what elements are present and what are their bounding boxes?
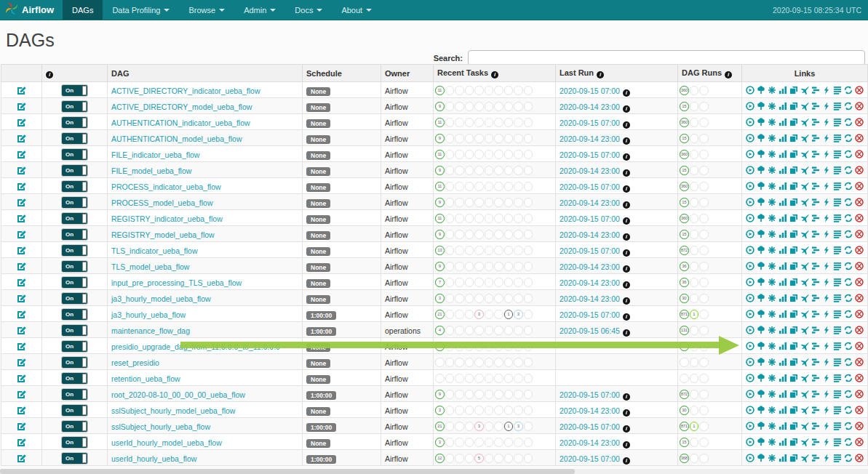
last-run-link[interactable]: 2020-09-15 07:00 — [560, 454, 620, 463]
edit-dag-icon[interactable] — [5, 405, 38, 414]
landing-times-icon[interactable] — [800, 435, 809, 449]
gantt-icon[interactable] — [811, 180, 820, 193]
landing-times-icon[interactable] — [800, 244, 809, 257]
task-duration-icon[interactable] — [779, 419, 787, 433]
tree-view-icon[interactable] — [757, 212, 765, 225]
landing-times-icon[interactable] — [800, 419, 809, 433]
delete-icon[interactable] — [855, 276, 864, 289]
tree-view-icon[interactable] — [757, 340, 765, 353]
code-view-icon[interactable] — [822, 100, 831, 113]
toggle-knob[interactable] — [82, 374, 87, 383]
task-duration-icon[interactable] — [779, 356, 787, 369]
dag-on-off-toggle[interactable]: On — [62, 389, 87, 400]
task-duration-icon[interactable] — [779, 148, 787, 161]
logs-icon[interactable] — [833, 324, 842, 337]
dag-name-link[interactable]: PROCESS_model_ueba_flow — [111, 198, 213, 207]
task-tries-icon[interactable] — [789, 196, 798, 209]
delete-icon[interactable] — [855, 435, 864, 449]
gantt-icon[interactable] — [811, 292, 820, 305]
logs-icon[interactable] — [833, 164, 842, 177]
graph-view-icon[interactable] — [768, 196, 776, 209]
trigger-dag-icon[interactable] — [746, 276, 754, 289]
landing-times-icon[interactable] — [800, 100, 809, 113]
trigger-dag-icon[interactable] — [746, 356, 754, 369]
tree-view-icon[interactable] — [757, 276, 765, 289]
trigger-dag-icon[interactable] — [746, 308, 754, 321]
task-duration-icon[interactable] — [779, 212, 787, 225]
dag-on-off-toggle[interactable]: On — [62, 421, 87, 432]
tree-view-icon[interactable] — [757, 308, 765, 321]
refresh-icon[interactable] — [844, 84, 853, 97]
graph-view-icon[interactable] — [768, 100, 776, 113]
run-success-circle[interactable]: 360 — [680, 86, 689, 95]
code-view-icon[interactable] — [822, 84, 831, 97]
tree-view-icon[interactable] — [757, 116, 765, 129]
refresh-icon[interactable] — [844, 212, 853, 225]
task-queued-circle[interactable]: 1 — [504, 310, 514, 319]
toggle-knob[interactable] — [82, 262, 87, 271]
edit-dag-icon[interactable] — [5, 325, 38, 334]
graph-view-icon[interactable] — [768, 356, 776, 369]
landing-times-icon[interactable] — [800, 292, 809, 305]
task-duration-icon[interactable] — [779, 180, 787, 193]
last-run-link[interactable]: 2020-09-15 07:00 — [560, 182, 620, 191]
dag-on-off-toggle[interactable]: On — [62, 341, 87, 352]
code-view-icon[interactable] — [822, 196, 831, 209]
dag-name-link[interactable]: ja3_hourly_model_ueba_flow — [111, 294, 211, 303]
dag-name-link[interactable]: root_2020-08-10_00_00_00_ueba_flow — [111, 390, 245, 399]
last-run-link[interactable]: 2020-09-14 23:00 — [560, 134, 620, 143]
code-view-icon[interactable] — [822, 308, 831, 321]
delete-icon[interactable] — [855, 371, 864, 385]
logs-icon[interactable] — [833, 196, 842, 209]
toggle-knob[interactable] — [82, 134, 87, 143]
task-tries-icon[interactable] — [789, 100, 798, 113]
toggle-knob[interactable] — [82, 182, 87, 191]
dag-on-off-toggle[interactable]: On — [62, 437, 87, 448]
toggle-knob[interactable] — [82, 102, 87, 111]
scrollbar-thumb[interactable] — [0, 469, 575, 474]
gantt-icon[interactable] — [811, 244, 820, 257]
dag-name-link[interactable]: REGISTRY_indicator_ueba_flow — [111, 214, 223, 223]
refresh-icon[interactable] — [844, 100, 853, 113]
tree-view-icon[interactable] — [757, 132, 765, 145]
trigger-dag-icon[interactable] — [746, 132, 754, 145]
task-duration-icon[interactable] — [779, 228, 787, 241]
last-run-link[interactable]: 2020-09-15 06:45 — [560, 326, 620, 335]
dag-on-off-toggle[interactable]: On — [62, 373, 87, 384]
gantt-icon[interactable] — [811, 148, 820, 161]
task-duration-icon[interactable] — [779, 387, 787, 401]
task-tries-icon[interactable] — [789, 371, 798, 385]
gantt-icon[interactable] — [811, 276, 820, 289]
edit-dag-icon[interactable] — [5, 277, 38, 286]
logs-icon[interactable] — [833, 148, 842, 161]
dag-name-link[interactable]: maintenance_flow_dag — [111, 326, 190, 335]
last-run-link[interactable]: 2020-09-14 23:00 — [560, 230, 620, 239]
tree-view-icon[interactable] — [757, 164, 765, 177]
edit-dag-icon[interactable] — [5, 85, 38, 95]
refresh-icon[interactable] — [844, 371, 853, 385]
dag-on-off-toggle[interactable]: On — [62, 453, 87, 464]
refresh-icon[interactable] — [844, 228, 853, 241]
tree-view-icon[interactable] — [757, 180, 765, 193]
task-duration-icon[interactable] — [779, 84, 787, 97]
task-tries-icon[interactable] — [789, 419, 798, 433]
edit-dag-icon[interactable] — [5, 133, 38, 142]
code-view-icon[interactable] — [822, 451, 831, 465]
graph-view-icon[interactable] — [768, 84, 776, 97]
landing-times-icon[interactable] — [800, 403, 809, 417]
task-duration-icon[interactable] — [779, 164, 787, 177]
dag-on-off-toggle[interactable]: On — [62, 85, 87, 96]
tree-view-icon[interactable] — [757, 403, 765, 417]
horizontal-scrollbar[interactable] — [0, 469, 868, 474]
gantt-icon[interactable] — [811, 308, 820, 321]
toggle-knob[interactable] — [82, 390, 87, 399]
refresh-icon[interactable] — [844, 403, 853, 417]
dag-on-off-toggle[interactable]: On — [62, 261, 87, 272]
task-success-circle[interactable]: 13 — [435, 246, 445, 255]
edit-dag-icon[interactable] — [5, 197, 38, 206]
last-run-link[interactable]: 2020-09-15 07:00 — [560, 310, 620, 319]
landing-times-icon[interactable] — [800, 340, 809, 353]
task-success-circle[interactable]: 3 — [435, 294, 445, 303]
refresh-icon[interactable] — [844, 340, 853, 353]
run-success-circle[interactable]: 15 — [680, 166, 689, 175]
